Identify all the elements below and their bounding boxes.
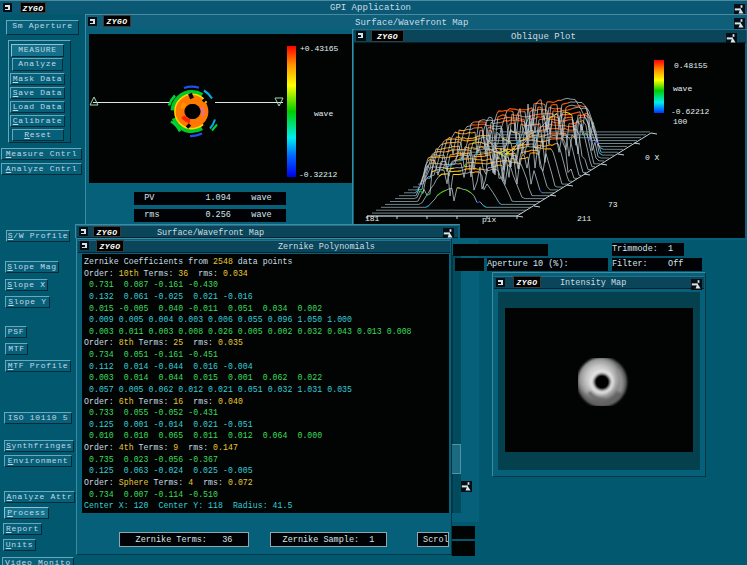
svg-text:181: 181: [365, 214, 380, 223]
svg-text:73: 73: [608, 200, 618, 209]
svg-text:wave: wave: [673, 84, 692, 93]
svg-text:pix: pix: [482, 215, 497, 224]
svg-text:100: 100: [673, 117, 688, 126]
svg-text:-0.62212: -0.62212: [671, 107, 710, 116]
svg-text:0.48155: 0.48155: [674, 61, 708, 70]
svg-text:0 X: 0 X: [645, 153, 660, 162]
svg-text:211: 211: [577, 214, 592, 223]
